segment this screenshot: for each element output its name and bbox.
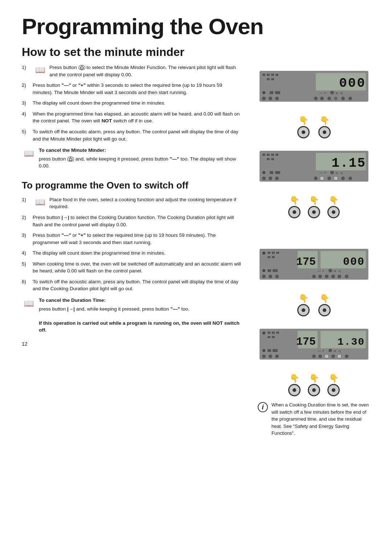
svg-point-72: [269, 275, 272, 278]
knob-group: 👇: [297, 116, 310, 138]
svg-point-104: [324, 354, 329, 358]
svg-text:1.30: 1.30: [338, 336, 365, 348]
knob-group-10: 👇: [327, 374, 340, 396]
oven-panel-1: 000 — + H +|: [258, 71, 370, 140]
svg-rect-84: [276, 332, 279, 334]
svg-text:+|: +|: [340, 171, 343, 175]
step-text: To switch off the acoustic alarm, press …: [33, 128, 243, 142]
svg-point-35: [262, 171, 265, 174]
info-box: i When a Cooking Duration time is set, t…: [258, 401, 370, 437]
step-1-1: 1) 📖 Press button ⏻ to select the Minute…: [22, 64, 243, 78]
step-text: Place food in the oven, select a cooking…: [49, 196, 243, 210]
page-number: 12: [22, 341, 243, 347]
svg-point-20: [314, 97, 318, 100]
svg-point-91: [262, 349, 265, 352]
step-text: Press button "—" or "+" to select the re…: [33, 232, 243, 246]
svg-text:+: +: [324, 171, 326, 175]
svg-text:H: H: [334, 349, 336, 353]
step-number: 1): [22, 196, 30, 203]
panel-svg-1: 000 — + H +|: [260, 71, 368, 114]
panel4-knobs: 👇 👇 👇: [288, 374, 340, 396]
cancel-duration-text: To cancel the Duration Time: press butto…: [39, 297, 243, 334]
svg-text:175: 175: [296, 336, 316, 348]
svg-point-63: [262, 269, 265, 272]
panel-svg-3: 175 000 — + H +|: [260, 249, 368, 292]
panel1-knobs: 👇 👇: [297, 116, 331, 138]
svg-point-51: [348, 177, 352, 180]
svg-point-46: [314, 177, 318, 180]
finger-icon-9: 👇: [309, 374, 319, 383]
svg-rect-65: [273, 269, 278, 272]
svg-point-105: [331, 355, 335, 358]
cancel-minute-minder: 📖 To cancel the Minute Minder: press but…: [22, 147, 243, 170]
step-1-2: 2) Press button "—" or "+" within 3 seco…: [22, 82, 243, 96]
knob-center-7: [323, 308, 326, 312]
knob-8: [288, 384, 301, 396]
svg-text:H: H: [334, 270, 336, 273]
svg-point-40: [330, 171, 334, 174]
step-number: 4): [22, 250, 30, 257]
svg-text:+|: +|: [338, 349, 341, 353]
svg-point-71: [262, 275, 266, 278]
svg-point-45: [275, 177, 279, 180]
svg-rect-55: [272, 252, 275, 254]
svg-point-14: [330, 91, 334, 94]
svg-point-22: [327, 97, 331, 100]
knob-group-3: 👇: [288, 196, 301, 218]
svg-rect-92: [268, 349, 271, 352]
svg-text:+|: +|: [338, 270, 341, 273]
svg-point-21: [320, 97, 324, 100]
svg-point-106: [337, 354, 342, 358]
knob-10: [327, 384, 340, 396]
knob-group-7: 👇: [318, 294, 331, 316]
svg-rect-85: [268, 336, 270, 338]
knob-group-4: 👇: [308, 196, 320, 218]
svg-point-23: [334, 97, 338, 100]
knob-center-8: [293, 388, 296, 392]
knob-center-6: [302, 308, 305, 312]
svg-text:—: —: [319, 91, 323, 95]
knob-5: [327, 206, 340, 218]
svg-text:1.15: 1.15: [332, 156, 366, 171]
svg-text:H: H: [336, 92, 338, 95]
step-text: Press button |→| to select the Cooking D…: [33, 214, 243, 228]
svg-text:—: —: [318, 349, 321, 353]
svg-text:—: —: [318, 269, 321, 273]
cancel-bold-warning: If this operation is carried out while a…: [39, 320, 240, 333]
svg-point-102: [312, 355, 316, 358]
book-icon: 📖: [33, 64, 47, 76]
knob-group-5: 👇: [327, 196, 340, 218]
svg-rect-10: [270, 91, 273, 94]
svg-rect-29: [271, 154, 274, 156]
svg-point-68: [328, 269, 332, 272]
svg-rect-86: [272, 336, 275, 338]
step-text: Press button ⏻ to select the Minute Mind…: [49, 64, 243, 78]
knob-center-2: [323, 130, 326, 134]
knob-center: [302, 130, 305, 134]
step-number: 2): [22, 82, 30, 89]
svg-rect-31: [267, 158, 270, 160]
finger-icon-4: 👇: [309, 196, 319, 205]
step-text: When the programmed time has elapsed, an…: [33, 110, 243, 125]
svg-point-75: [318, 275, 322, 278]
svg-rect-5: [267, 78, 270, 80]
svg-point-78: [338, 275, 341, 278]
svg-point-19: [275, 97, 279, 100]
svg-text:+|: +|: [340, 92, 343, 95]
step-1-4: 4) When the programmed time has elapsed,…: [22, 110, 243, 125]
cancel-label: To cancel the Minute Minder:: [39, 147, 243, 154]
svg-rect-3: [271, 74, 274, 76]
step-2-1: 1) 📖 Place food in the oven, select a co…: [22, 196, 243, 210]
book-icon-2: 📖: [33, 196, 47, 208]
step-text: To switch off the acoustic alarm, press …: [33, 278, 243, 292]
knob-center-5: [332, 210, 335, 214]
knob-group-2: 👇: [318, 116, 331, 138]
panel3-knobs: 👇 👇: [297, 294, 331, 316]
finger-icon-10: 👇: [329, 374, 339, 383]
svg-text:175: 175: [296, 256, 316, 268]
svg-point-9: [262, 91, 265, 94]
svg-rect-28: [267, 154, 270, 156]
step-2-4: 4) The display will count down the progr…: [22, 250, 243, 257]
svg-text:—: —: [319, 171, 323, 175]
knob-center-3: [293, 210, 296, 214]
